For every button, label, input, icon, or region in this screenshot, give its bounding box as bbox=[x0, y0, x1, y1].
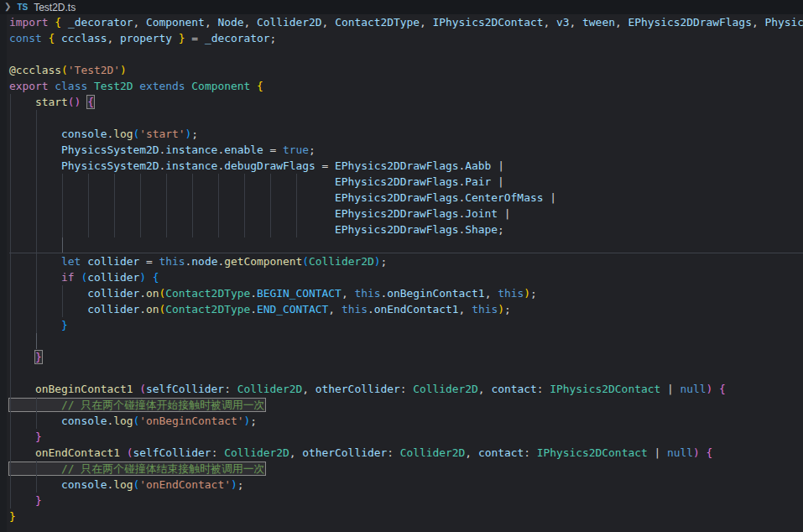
code-line[interactable]: const { ccclass, property } = _decorator… bbox=[0, 30, 803, 46]
code-line[interactable]: } bbox=[0, 509, 803, 524]
code-token: contact bbox=[491, 383, 536, 395]
indent-guide bbox=[270, 206, 271, 222]
code-token: . bbox=[250, 287, 257, 300]
code-token: ; bbox=[498, 223, 504, 236]
indent-guide bbox=[192, 222, 193, 237]
code-line[interactable]: // 只在两个碰撞体结束接触时被调用一次 bbox=[0, 461, 803, 477]
indent-guide bbox=[270, 222, 271, 237]
code-token: extends bbox=[139, 80, 185, 92]
code-token: : bbox=[537, 383, 550, 395]
code-line[interactable]: collider.on(Contact2DType.BEGIN_CONTACT,… bbox=[0, 285, 803, 301]
code-token: . bbox=[217, 159, 224, 172]
code-line[interactable]: EPhysics2DDrawFlags.CenterOfMass | bbox=[0, 190, 803, 206]
code-line[interactable] bbox=[0, 46, 803, 62]
code-token: this bbox=[342, 303, 368, 316]
code-token: if bbox=[61, 271, 75, 284]
code-line[interactable] bbox=[0, 333, 803, 349]
indent-guide bbox=[10, 94, 11, 110]
indent-guide bbox=[244, 190, 245, 206]
indent-guide bbox=[10, 174, 11, 190]
indent-guide bbox=[114, 206, 115, 222]
code-token: , bbox=[615, 16, 628, 29]
code-token: 'onEndContact' bbox=[139, 478, 231, 491]
code-line[interactable]: EPhysics2DDrawFlags.Shape; bbox=[0, 222, 803, 237]
code-token: Contact2DType bbox=[165, 287, 250, 300]
code-line[interactable]: import { _decorator, Component, Node, Co… bbox=[0, 14, 803, 30]
code-area[interactable]: import { _decorator, Component, Node, Co… bbox=[0, 14, 803, 532]
indent-guide bbox=[166, 174, 167, 190]
breadcrumb-filename[interactable]: Test2D.ts bbox=[34, 2, 76, 13]
code-line[interactable]: console.log('onEndContact'); bbox=[0, 477, 803, 493]
code-token: Collider2D bbox=[257, 16, 322, 29]
code-line[interactable]: onBeginContact1 (selfCollider: Collider2… bbox=[0, 381, 803, 397]
indent-guide bbox=[10, 413, 11, 429]
code-token bbox=[55, 32, 61, 44]
code-line[interactable]: console.log('start'); bbox=[0, 126, 803, 142]
code-line[interactable]: onEndContact1 (selfCollider: Collider2D,… bbox=[0, 445, 803, 461]
code-token: () bbox=[68, 96, 81, 108]
code-token: . bbox=[139, 287, 146, 300]
code-line[interactable] bbox=[0, 110, 803, 126]
code-line[interactable]: collider.on(Contact2DType.END_CONTACT, t… bbox=[0, 301, 803, 317]
code-token bbox=[9, 287, 87, 300]
code-token: } bbox=[35, 430, 42, 443]
indent-guide bbox=[10, 493, 11, 509]
code-token: console bbox=[61, 478, 107, 491]
code-line[interactable]: } bbox=[0, 317, 803, 333]
code-token bbox=[9, 351, 35, 363]
indent-guide bbox=[36, 158, 37, 174]
indent-guide bbox=[114, 222, 115, 237]
indent-guide bbox=[10, 381, 11, 397]
code-line[interactable] bbox=[0, 365, 803, 381]
code-line[interactable]: } bbox=[0, 429, 803, 445]
code-token: Collider2D bbox=[413, 383, 478, 395]
code-token bbox=[172, 32, 179, 44]
code-token: log bbox=[113, 415, 133, 427]
code-token: otherCollider bbox=[302, 446, 387, 459]
indent-guide bbox=[296, 206, 297, 222]
code-token: ) bbox=[524, 287, 530, 300]
code-line[interactable]: let collider = this.node.getComponent(Co… bbox=[0, 253, 803, 269]
indent-guide bbox=[36, 237, 37, 253]
code-line[interactable]: console.log('onBeginContact'); bbox=[0, 413, 803, 429]
code-token: = bbox=[139, 255, 159, 268]
indent-guide bbox=[296, 190, 297, 206]
code-token: const bbox=[9, 32, 42, 44]
code-token: this bbox=[498, 287, 524, 300]
code-token: this bbox=[159, 255, 185, 268]
code-token: EPhysics2DDrawFlags bbox=[335, 175, 458, 188]
indent-guide bbox=[36, 285, 37, 301]
code-line[interactable]: if (collider) { bbox=[0, 269, 803, 285]
indent-guide bbox=[88, 190, 89, 206]
code-line[interactable]: PhysicsSystem2D.instance.enable = true; bbox=[0, 142, 803, 158]
code-token: . bbox=[368, 303, 374, 316]
code-line[interactable]: } bbox=[0, 349, 803, 365]
code-token: . bbox=[217, 255, 224, 268]
code-token: , bbox=[459, 303, 472, 316]
code-line[interactable]: @ccclass('Test2D') bbox=[0, 62, 803, 78]
code-token: console bbox=[61, 415, 107, 427]
code-token: IPhysics2DContact bbox=[537, 446, 648, 459]
code-line[interactable]: EPhysics2DDrawFlags.Joint | bbox=[0, 206, 803, 222]
code-line[interactable]: PhysicsSystem2D.instance.debugDrawFlags … bbox=[0, 158, 803, 174]
indent-guide bbox=[296, 222, 297, 237]
code-token: } bbox=[9, 510, 16, 523]
code-token: getComponent bbox=[224, 255, 302, 268]
code-line[interactable]: export class Test2D extends Component { bbox=[0, 78, 803, 94]
code-line[interactable] bbox=[0, 237, 803, 253]
indent-guide bbox=[36, 222, 37, 237]
code-line[interactable]: } bbox=[0, 493, 803, 509]
code-token: v3 bbox=[556, 16, 570, 29]
code-line[interactable]: // 只在两个碰撞体开始接触时被调用一次 bbox=[0, 397, 803, 413]
code-line[interactable]: start() { bbox=[0, 94, 803, 110]
code-line[interactable]: EPhysics2DDrawFlags.Pair | bbox=[0, 174, 803, 190]
code-token: onEndContact1 bbox=[35, 446, 120, 459]
indent-guide bbox=[10, 222, 11, 237]
code-token: import bbox=[9, 16, 49, 29]
code-token: ; bbox=[191, 128, 198, 140]
indent-guide bbox=[36, 317, 37, 333]
chevron-expand-icon[interactable]: ❯ bbox=[4, 3, 11, 11]
code-token: Collider2D bbox=[237, 383, 303, 395]
code-token: debugDrawFlags bbox=[224, 159, 315, 172]
code-token: // 只在两个碰撞体结束接触时被调用一次 bbox=[9, 462, 265, 475]
